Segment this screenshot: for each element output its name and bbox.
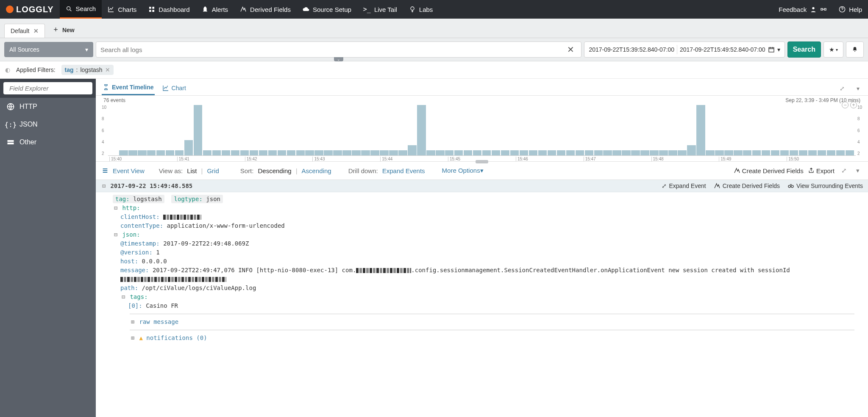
- nav-charts[interactable]: Charts: [102, 0, 142, 19]
- collapse-icon[interactable]: ⊟: [113, 230, 119, 239]
- chart-bar[interactable]: [324, 150, 332, 155]
- chart-bar[interactable]: [650, 150, 658, 155]
- chart-bar[interactable]: [352, 150, 360, 155]
- chart-bar[interactable]: [492, 150, 500, 155]
- chart-bar[interactable]: [119, 150, 128, 155]
- chart-bar[interactable]: [576, 150, 584, 155]
- chart-bar[interactable]: [612, 150, 621, 155]
- chart-bar[interactable]: [548, 150, 556, 155]
- chart-bar[interactable]: [678, 150, 686, 155]
- chart-bar[interactable]: [724, 150, 733, 155]
- chart-bar[interactable]: [250, 150, 258, 155]
- nav-alerts[interactable]: Alerts: [196, 0, 234, 19]
- chart-bar[interactable]: [631, 150, 640, 155]
- chart-bar[interactable]: [389, 150, 398, 155]
- chart-bar[interactable]: [594, 150, 603, 155]
- favorite-button[interactable]: ★▾: [823, 41, 843, 58]
- chart-bar[interactable]: [473, 150, 481, 155]
- chart-bar[interactable]: [836, 150, 845, 155]
- chart-bar[interactable]: [175, 150, 184, 155]
- chart-bar[interactable]: [640, 150, 649, 155]
- search-input[interactable]: [100, 46, 565, 53]
- nav-help[interactable]: Help: [833, 0, 868, 19]
- more-options[interactable]: More Options▾: [442, 167, 484, 174]
- chart-bar[interactable]: [128, 150, 137, 155]
- chart-bar[interactable]: [780, 150, 789, 155]
- chart-bar[interactable]: [278, 150, 286, 155]
- create-derived-btn[interactable]: Create Derived Fields: [714, 182, 780, 189]
- chart-bar[interactable]: [529, 150, 537, 155]
- notifications-link[interactable]: notifications (0): [146, 334, 207, 341]
- chart-bar[interactable]: [715, 150, 723, 155]
- date-range[interactable]: 2017-09-22T15:39:52.840-07:00 2017-09-22…: [584, 41, 785, 58]
- tab-new[interactable]: + New: [47, 22, 80, 38]
- chart-bar[interactable]: [259, 150, 267, 155]
- resize-handle-icon[interactable]: [476, 160, 488, 163]
- chart-bar[interactable]: [268, 150, 277, 155]
- chart-bar[interactable]: [445, 150, 453, 155]
- export-link[interactable]: Export: [808, 167, 835, 174]
- chart-bar[interactable]: [762, 150, 770, 155]
- chart-bar[interactable]: [706, 150, 714, 155]
- nav-derived[interactable]: Derived Fields: [234, 0, 297, 19]
- sidebar-item-http[interactable]: HTTP: [0, 98, 96, 116]
- chart-bar[interactable]: [426, 150, 435, 155]
- sidebar-item-other[interactable]: Other: [0, 133, 96, 151]
- filters-toggle-icon[interactable]: ◐: [5, 66, 10, 73]
- chart-bar[interactable]: [417, 105, 426, 155]
- chart-bar[interactable]: [408, 145, 416, 155]
- tab-event-timeline[interactable]: Event Timeline: [102, 81, 155, 95]
- chart-bar[interactable]: [398, 150, 407, 155]
- tab-chart[interactable]: Chart: [161, 82, 187, 95]
- nav-labs[interactable]: Labs: [403, 0, 439, 19]
- fullscreen-icon[interactable]: ⤢: [839, 165, 849, 176]
- chart-bar[interactable]: [464, 150, 472, 155]
- expand-icon[interactable]: ⊞: [130, 318, 136, 326]
- nav-feedback[interactable]: Feedback: [773, 0, 833, 19]
- chart-bar[interactable]: [827, 150, 835, 155]
- expand-events-link[interactable]: Expand Events: [382, 167, 425, 174]
- chart-bar[interactable]: [808, 150, 817, 155]
- chart-bar[interactable]: [184, 140, 193, 155]
- chart-bar[interactable]: [622, 150, 630, 155]
- chart-bar[interactable]: [240, 150, 249, 155]
- collapse-icon[interactable]: ⊟: [120, 293, 126, 301]
- field-explorer-input[interactable]: [9, 85, 90, 92]
- tab-default[interactable]: Default ✕: [4, 24, 45, 38]
- chart-bar[interactable]: [203, 150, 211, 155]
- chart-bar[interactable]: [147, 150, 156, 155]
- notifications-button[interactable]: [846, 41, 864, 58]
- sources-dropdown[interactable]: All Sources ▾: [4, 42, 93, 57]
- chart-bar[interactable]: [212, 150, 221, 155]
- sort-asc[interactable]: Ascending: [302, 167, 331, 174]
- chart-bar[interactable]: [287, 150, 295, 155]
- timeline-chart[interactable]: 108642 108642: [96, 105, 868, 156]
- view-surrounding-btn[interactable]: View Surrounding Events: [787, 182, 863, 189]
- chart-bar[interactable]: [156, 150, 165, 155]
- fullscreen-icon[interactable]: ⤢: [837, 83, 847, 94]
- chart-bar[interactable]: [305, 150, 314, 155]
- sort-desc[interactable]: Descending: [258, 167, 291, 174]
- filter-tag-logstash[interactable]: tag : logstash ✕: [61, 65, 114, 75]
- chart-bar[interactable]: [696, 105, 705, 155]
- chart-bar[interactable]: [771, 150, 779, 155]
- chart-bar[interactable]: [454, 150, 463, 155]
- chart-bar[interactable]: [790, 150, 798, 155]
- chart-bar[interactable]: [370, 150, 379, 155]
- chart-bar[interactable]: [342, 150, 351, 155]
- nav-livetail[interactable]: >_ Live Tail: [357, 0, 403, 19]
- expand-event-btn[interactable]: ⤢ Expand Event: [662, 182, 706, 189]
- chart-bar[interactable]: [296, 150, 305, 155]
- chart-bar[interactable]: [231, 150, 239, 155]
- chevron-down-icon[interactable]: ▾: [854, 165, 862, 176]
- chart-bar[interactable]: [846, 150, 854, 155]
- chart-bar[interactable]: [538, 150, 547, 155]
- chart-bar[interactable]: [501, 150, 509, 155]
- close-icon[interactable]: ✕: [33, 28, 39, 34]
- sidebar-item-json[interactable]: {:} JSON: [0, 116, 96, 133]
- clear-search-icon[interactable]: ✕: [565, 44, 577, 55]
- chart-bar[interactable]: [566, 150, 575, 155]
- collapse-icon[interactable]: ⊟: [113, 204, 119, 213]
- chart-bar[interactable]: [799, 150, 807, 155]
- expand-handle-icon[interactable]: ⌄: [334, 57, 343, 61]
